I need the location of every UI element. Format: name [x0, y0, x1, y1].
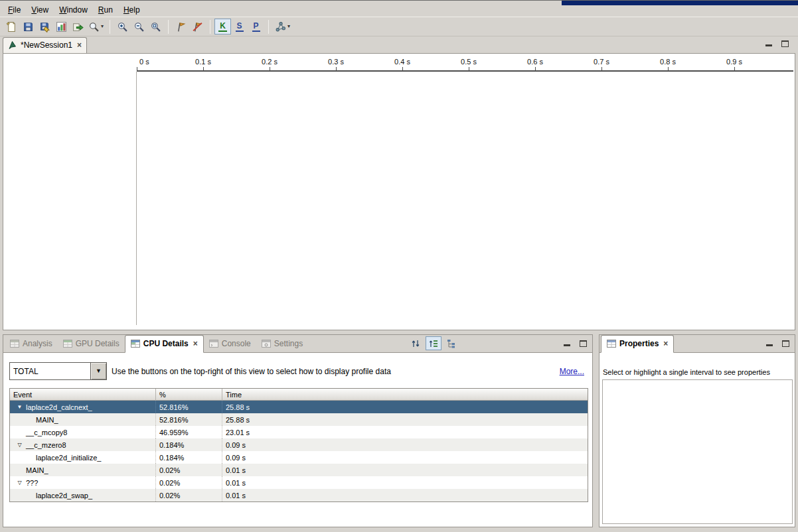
ruler-tick [203, 67, 204, 70]
menu-view[interactable]: View [26, 4, 54, 16]
chart-view-button[interactable] [53, 19, 70, 34]
editor-tab-row: *NewSession1 × [3, 37, 795, 53]
zoom-out-button[interactable] [131, 19, 147, 34]
sort-order-button[interactable] [408, 336, 424, 350]
ruler-tick [137, 67, 137, 70]
zoom-in-icon [117, 21, 128, 33]
details-window-buttons [562, 340, 588, 352]
s-view-toggle-button[interactable]: S [231, 19, 248, 34]
analysis-tab-icon [10, 340, 19, 348]
k-view-toggle-button[interactable]: K [214, 19, 231, 34]
table-row[interactable]: __c_mcopy8 46.959% 23.01 s [10, 426, 588, 438]
group-by-button[interactable] [426, 336, 441, 350]
zoom-in-button[interactable] [114, 19, 131, 34]
column-header-time[interactable]: Time [222, 389, 588, 400]
expander-icon[interactable]: ▽ [13, 442, 26, 448]
event-name: laplace2d_calcnext_ [26, 403, 92, 411]
properties-tabbar: Properties × [599, 335, 795, 353]
timeline-row-divider[interactable] [136, 72, 137, 325]
export-button[interactable] [70, 19, 86, 34]
table-row[interactable]: ▽__c_mzero8 0.184% 0.09 s [10, 438, 588, 451]
minimize-button[interactable] [763, 40, 774, 50]
menu-run[interactable]: Run [93, 4, 118, 16]
toolbar-separator [268, 20, 269, 34]
save-as-button[interactable] [37, 19, 53, 34]
tab-console[interactable]: Console [204, 336, 256, 352]
maximize-icon [580, 340, 587, 347]
gpu-details-tab-icon [63, 340, 72, 348]
event-time: 25.88 s [222, 413, 588, 426]
close-icon[interactable]: × [192, 340, 198, 348]
zoom-out-icon [133, 21, 145, 33]
event-name: MAIN_ [26, 466, 48, 474]
tab-label: CPU Details [143, 339, 189, 348]
menu-help[interactable]: Help [118, 4, 145, 16]
tab-settings[interactable]: Settings [256, 336, 308, 352]
expander-icon[interactable]: ▽ [13, 480, 26, 486]
menu-file[interactable]: File [3, 4, 26, 16]
marker-forward-button[interactable] [173, 19, 189, 34]
table-row[interactable]: MAIN_ 0.02% 0.01 s [10, 464, 588, 476]
p-view-toggle-button[interactable]: P [248, 19, 264, 34]
tab-analysis[interactable]: Analysis [5, 336, 58, 352]
ruler-tick-label: 0.9 s [726, 58, 742, 66]
properties-hint-text: Select or highlight a single interval to… [603, 368, 793, 376]
more-link[interactable]: More... [560, 367, 584, 376]
editor-window-buttons [763, 40, 790, 50]
menu-window[interactable]: Window [54, 4, 93, 16]
tab-cpu-details[interactable]: CPU Details × [125, 335, 204, 353]
combo-arrow-icon: ▼ [96, 368, 102, 374]
event-name: laplace2d_swap_ [36, 492, 92, 499]
minimize-icon [766, 344, 773, 346]
display-mode-combo[interactable]: TOTAL ▼ [9, 362, 107, 380]
cpu-details-tab-icon [131, 340, 140, 348]
table-row[interactable]: laplace2d_initialize_ 0.184% 0.09 s [10, 451, 588, 464]
zoom-fit-button[interactable] [147, 19, 164, 34]
event-percent: 46.959% [156, 426, 222, 438]
event-name: ??? [26, 479, 38, 487]
event-percent: 0.184% [156, 438, 222, 451]
maximize-button[interactable] [578, 340, 588, 350]
minimize-icon [765, 44, 772, 46]
table-row[interactable]: laplace2d_swap_ 0.02% 0.01 s [10, 489, 588, 501]
ruler-tick-label: 0.2 s [262, 58, 278, 66]
ruler-tick [668, 67, 669, 70]
minimize-button[interactable] [562, 340, 572, 350]
tab-gpu-details[interactable]: GPU Details [58, 336, 125, 352]
maximize-button[interactable] [779, 40, 790, 50]
tab-label: Properties [619, 339, 659, 348]
properties-window-buttons [764, 340, 791, 352]
find-button[interactable]: ▾ [86, 19, 106, 34]
table-row[interactable]: MAIN_ 52.816% 25.88 s [10, 413, 588, 426]
bar-chart-icon [56, 21, 67, 33]
analysis-button[interactable]: ▾ [273, 19, 292, 34]
column-header-event[interactable]: Event [10, 389, 156, 400]
new-session-button[interactable] [3, 19, 20, 34]
chevron-down-icon: ▾ [287, 24, 290, 29]
close-icon[interactable]: × [76, 41, 82, 49]
main-toolbar: ▾ K S P [0, 17, 798, 36]
tab-properties[interactable]: Properties × [601, 335, 674, 353]
session-tab[interactable]: *NewSession1 × [3, 37, 87, 53]
ruler-tick-label: 0.8 s [660, 58, 676, 66]
group-by-icon [428, 338, 439, 349]
combo-dropdown-button[interactable]: ▼ [90, 363, 106, 379]
marker-clear-button[interactable] [189, 19, 206, 34]
column-header-percent[interactable]: % [156, 389, 222, 400]
combo-value[interactable]: TOTAL [10, 363, 90, 379]
expander-icon[interactable]: ▼ [13, 405, 26, 410]
save-icon [23, 21, 34, 33]
close-icon[interactable]: × [662, 340, 668, 348]
ruler-tick-label: 0 s [139, 58, 149, 66]
maximize-button[interactable] [780, 340, 791, 350]
tree-view-button[interactable] [443, 336, 459, 350]
table-row[interactable]: ▽??? 0.02% 0.01 s [10, 476, 588, 489]
save-session-button[interactable] [20, 19, 37, 34]
minimize-button[interactable] [764, 340, 775, 350]
flag-slash-icon [192, 21, 203, 33]
properties-tab-icon [607, 340, 616, 348]
event-name: laplace2d_initialize_ [36, 454, 101, 462]
ruler-tick-label: 0.3 s [328, 58, 344, 66]
s-view-icon: S [236, 22, 244, 32]
table-row[interactable]: ▼laplace2d_calcnext_ 52.816% 25.88 s [10, 401, 588, 413]
